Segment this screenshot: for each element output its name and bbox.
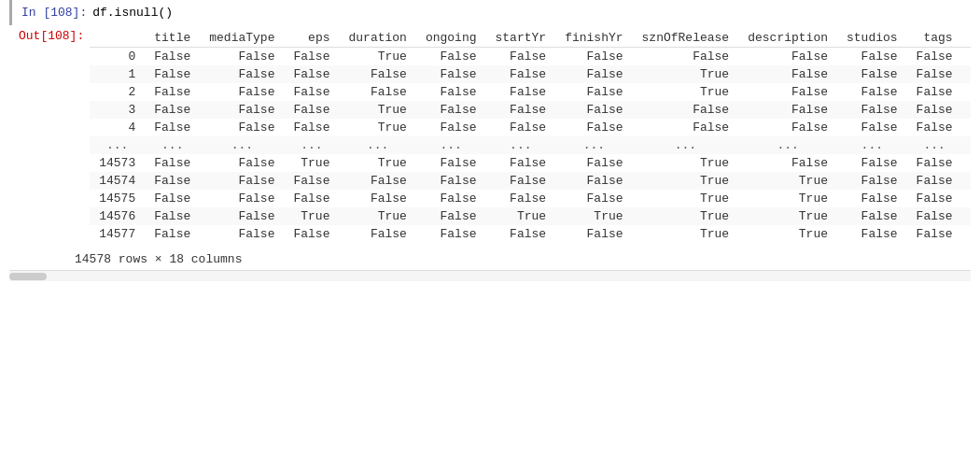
table-row: 2FalseFalseFalseFalseFalseFalseFalseTrue…: [90, 83, 971, 101]
cell-9-7: True: [633, 207, 739, 225]
cell-1-2: False: [284, 65, 339, 83]
cell-5-1: ...: [200, 136, 284, 154]
cell-5-7: ...: [633, 136, 739, 154]
cell-8-9: False: [837, 190, 907, 207]
input-code: df.isnull(): [92, 6, 173, 20]
row-index: 14573: [90, 154, 145, 172]
cell-7-6: False: [555, 172, 632, 190]
table-row: 14577FalseFalseFalseFalseFalseFalseFalse…: [90, 225, 971, 243]
cell-1-6: False: [555, 65, 632, 83]
col-header-index: [90, 29, 145, 48]
scrollbar-thumb[interactable]: [9, 273, 47, 280]
cell-5-0: ...: [145, 136, 200, 154]
cell-6-11: False: [962, 154, 971, 172]
cell-9-10: False: [907, 207, 962, 225]
cell-0-2: False: [284, 48, 339, 66]
cell-3-8: False: [738, 101, 837, 119]
cell-4-10: False: [907, 119, 962, 136]
cell-3-6: False: [555, 101, 632, 119]
dataframe-table: titlemediaTypeepsdurationongoingstartYrf…: [90, 29, 971, 243]
cell-0-10: False: [907, 48, 962, 66]
cell-0-5: False: [486, 48, 556, 66]
cell-9-0: False: [145, 207, 200, 225]
col-header-studios: studios: [837, 29, 907, 48]
cell-10-5: False: [486, 225, 556, 243]
cell-6-4: False: [416, 154, 486, 172]
cell-0-7: False: [633, 48, 739, 66]
cell-6-5: False: [486, 154, 556, 172]
cell-8-4: False: [416, 190, 486, 207]
cell-6-6: False: [555, 154, 632, 172]
cell-2-5: False: [486, 83, 556, 101]
cell-4-3: True: [339, 119, 415, 136]
cell-5-9: ...: [837, 136, 907, 154]
cell-1-5: False: [486, 65, 556, 83]
col-header-mediaType: mediaType: [200, 29, 284, 48]
cell-1-11: False: [962, 65, 971, 83]
cell-10-8: True: [738, 225, 837, 243]
cell-8-2: False: [284, 190, 339, 207]
cell-9-1: False: [200, 207, 284, 225]
row-index: 1: [90, 65, 145, 83]
cell-5-11: ...: [962, 136, 971, 154]
row-index: 2: [90, 83, 145, 101]
cell-4-9: False: [837, 119, 907, 136]
cell-9-5: True: [486, 207, 556, 225]
cell-0-6: False: [555, 48, 632, 66]
cell-2-7: True: [633, 83, 739, 101]
cell-9-2: True: [284, 207, 339, 225]
cell-8-1: False: [200, 190, 284, 207]
table-row: 3FalseFalseFalseTrueFalseFalseFalseFalse…: [90, 101, 971, 119]
cell-10-7: True: [633, 225, 739, 243]
table-row: 4FalseFalseFalseTrueFalseFalseFalseFalse…: [90, 119, 971, 136]
cell-8-11: False: [962, 190, 971, 207]
cell-2-1: False: [200, 83, 284, 101]
dataframe-container[interactable]: titlemediaTypeepsdurationongoingstartYrf…: [90, 29, 971, 243]
cell-3-10: False: [907, 101, 962, 119]
cell-5-5: ...: [486, 136, 556, 154]
cell-1-3: False: [339, 65, 415, 83]
cell-1-8: False: [738, 65, 837, 83]
table-header-row: titlemediaTypeepsdurationongoingstartYrf…: [90, 29, 971, 48]
cell-6-9: False: [837, 154, 907, 172]
cell-4-5: False: [486, 119, 556, 136]
cell-2-9: False: [837, 83, 907, 101]
col-header-sznOfRelease: sznOfRelease: [633, 29, 739, 48]
cell-0-1: False: [200, 48, 284, 66]
cell-3-5: False: [486, 101, 556, 119]
cell-10-2: False: [284, 225, 339, 243]
cell-7-0: False: [145, 172, 200, 190]
cell-9-8: True: [738, 207, 837, 225]
cell-8-10: False: [907, 190, 962, 207]
col-header-startYr: startYr: [486, 29, 556, 48]
cell-1-7: True: [633, 65, 739, 83]
col-header-description: description: [738, 29, 837, 48]
cell-7-11: False: [962, 172, 971, 190]
cell-6-2: True: [284, 154, 339, 172]
cell-1-1: False: [200, 65, 284, 83]
row-index: 3: [90, 101, 145, 119]
cell-1-10: False: [907, 65, 962, 83]
cell-6-10: False: [907, 154, 962, 172]
cell-0-9: False: [837, 48, 907, 66]
cell-4-1: False: [200, 119, 284, 136]
col-header-contentWarn: contentWarn: [962, 29, 971, 48]
cell-1-9: False: [837, 65, 907, 83]
cell-2-4: False: [416, 83, 486, 101]
cell-3-3: True: [339, 101, 415, 119]
cell-0-4: False: [416, 48, 486, 66]
cell-4-7: False: [633, 119, 739, 136]
cell-10-6: False: [555, 225, 632, 243]
cell-5-8: ...: [738, 136, 837, 154]
cell-7-1: False: [200, 172, 284, 190]
cell-10-4: False: [416, 225, 486, 243]
horizontal-scrollbar[interactable]: [9, 270, 971, 281]
row-index: ...: [90, 136, 145, 154]
cell-7-3: False: [339, 172, 415, 190]
cell-3-11: False: [962, 101, 971, 119]
cell-3-4: False: [416, 101, 486, 119]
row-index: 14576: [90, 207, 145, 225]
cell-5-3: ...: [339, 136, 415, 154]
cell-9-9: False: [837, 207, 907, 225]
cell-7-9: False: [837, 172, 907, 190]
